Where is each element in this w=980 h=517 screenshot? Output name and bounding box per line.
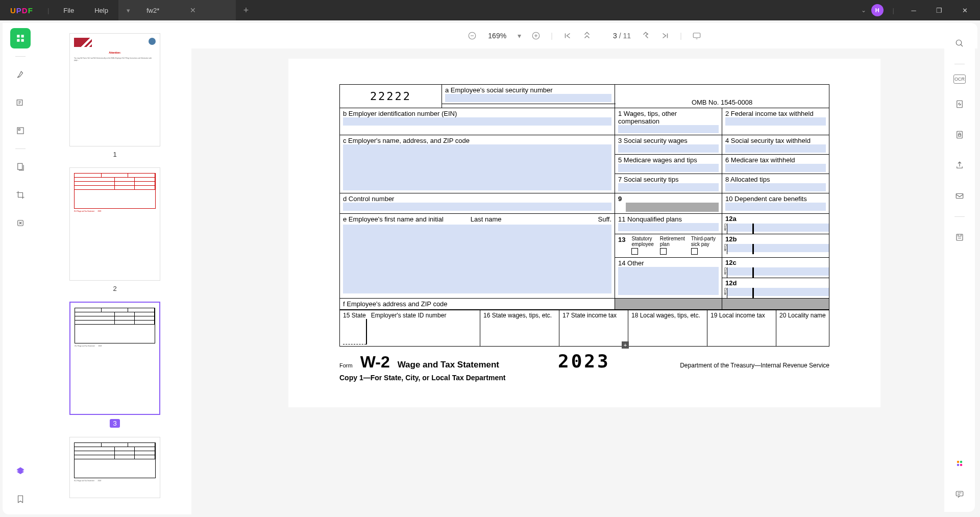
tab-add-button[interactable]: + xyxy=(236,5,256,16)
svg-rect-7 xyxy=(18,163,22,169)
box-9: 9 xyxy=(615,193,722,214)
box-2: 2 Federal income tax withheld xyxy=(722,108,829,135)
box-c: c Employer's name, address, and ZIP code xyxy=(340,135,615,193)
box-4: 4 Social security tax withheld xyxy=(722,135,829,155)
crop-tool[interactable] xyxy=(10,185,31,205)
form-footer: Form W-2 Wage and Tax Statement 2023 Dep… xyxy=(339,351,829,372)
box-10: 10 Dependent care benefits xyxy=(722,193,829,214)
svg-point-12 xyxy=(956,40,962,45)
email-tool[interactable] xyxy=(949,186,970,206)
svg-rect-15 xyxy=(959,134,961,136)
left-toolbar xyxy=(3,23,38,514)
document-view: 169% ▾ | / 11 | 22222 a Employee's soc xyxy=(191,23,977,514)
svg-rect-6 xyxy=(18,129,20,130)
prev-page-button[interactable] xyxy=(582,31,592,40)
box-12b: 12bCode xyxy=(722,234,829,258)
box-6: 6 Medicare tax withheld xyxy=(722,155,829,174)
box-8: 8 Allocated tips xyxy=(722,174,829,193)
chevron-down-icon[interactable]: ⌄ xyxy=(861,7,866,14)
tab-active[interactable]: fw2* ✕ xyxy=(139,0,236,20)
bookmark-tool[interactable] xyxy=(10,489,31,509)
thumbnail-panel: Attention: You may file Forms W-2 and W-… xyxy=(38,23,191,514)
page-tool[interactable] xyxy=(10,157,31,177)
text-tool[interactable] xyxy=(10,92,31,113)
layers-tool[interactable] xyxy=(10,461,31,481)
svg-rect-14 xyxy=(957,131,963,138)
zoom-out-button[interactable] xyxy=(468,31,477,40)
form-tool[interactable] xyxy=(10,120,31,141)
zoom-dropdown[interactable]: ▾ xyxy=(518,32,521,40)
document-canvas[interactable]: 22222 a Employee's social security numbe… xyxy=(191,48,977,514)
last-page-button[interactable] xyxy=(660,31,670,40)
thumb-num-3: 3 xyxy=(110,419,119,428)
close-button[interactable]: ✕ xyxy=(954,3,975,18)
convert-tool[interactable] xyxy=(949,94,970,114)
box-17: 17 State income tax+ xyxy=(559,310,628,347)
svg-rect-22 xyxy=(956,491,963,496)
svg-point-18 xyxy=(957,461,960,463)
box-f: f Employee's address and ZIP code xyxy=(340,299,615,310)
box-15: 15 State Employer's state ID number xyxy=(340,310,480,347)
maximize-button[interactable]: ❐ xyxy=(929,3,949,18)
document-toolbar: 169% ▾ | / 11 | xyxy=(191,23,977,48)
box-a: a Employee's social security number xyxy=(442,85,615,104)
page-content: 22222 a Employee's social security numbe… xyxy=(288,59,880,407)
svg-point-21 xyxy=(960,464,963,466)
menu-file[interactable]: File xyxy=(53,7,84,14)
svg-point-19 xyxy=(960,461,963,463)
tab-dropdown[interactable]: ▾ xyxy=(118,0,139,20)
next-page-button[interactable] xyxy=(641,31,650,40)
thumbnails-tool[interactable] xyxy=(10,28,31,48)
svg-rect-1 xyxy=(21,35,24,37)
search-tool[interactable] xyxy=(949,33,970,54)
w2-state-row: 15 State Employer's state ID number 16 S… xyxy=(339,310,829,347)
app-logo: UPDF xyxy=(0,6,43,15)
zoom-in-button[interactable] xyxy=(531,31,541,40)
tab-title: fw2* xyxy=(146,7,159,14)
form-dept: Department of the Treasury—Internal Reve… xyxy=(680,362,829,369)
box-3: 3 Social security wages xyxy=(615,135,722,155)
divider: | xyxy=(47,7,49,14)
box-22222: 22222 xyxy=(340,85,442,108)
box-7: 7 Social security tips xyxy=(615,174,722,193)
box-11: 11 Nonqualified plans xyxy=(615,214,722,234)
box-13: 13Statutory employeeRetirement planThird… xyxy=(615,234,722,258)
save-tool[interactable] xyxy=(949,227,970,248)
zoom-level: 169% xyxy=(487,32,507,40)
svg-rect-3 xyxy=(21,39,24,42)
svg-rect-17 xyxy=(957,234,963,240)
first-page-button[interactable] xyxy=(563,31,572,40)
copy-line: Copy 1—For State, City, or Local Tax Dep… xyxy=(339,374,829,382)
titlebar: UPDF | File Help ▾ fw2* ✕ + ⌄ H | ─ ❐ ✕ xyxy=(0,0,980,20)
stamp-tool[interactable] xyxy=(10,213,31,233)
minimize-button[interactable]: ─ xyxy=(903,3,924,18)
page-input[interactable] xyxy=(602,32,617,40)
ocr-tool[interactable]: OCR xyxy=(953,75,966,84)
comment-tool[interactable] xyxy=(949,484,970,504)
box-12a: 12aCode xyxy=(722,214,829,234)
box-20: 20 Locality name xyxy=(776,310,829,347)
svg-rect-2 xyxy=(17,39,19,42)
box-1: 1 Wages, tips, other compensation xyxy=(615,108,722,135)
form-year: 2023 xyxy=(558,351,610,372)
thumbnail-page-4[interactable]: W-2 Wage and Tax Statement 2023 xyxy=(69,437,160,498)
menu-help[interactable]: Help xyxy=(84,7,118,14)
box-18: 18 Local wages, tips, etc. xyxy=(628,310,707,347)
w2-form: 22222 a Employee's social security numbe… xyxy=(339,84,829,310)
ai-tool[interactable] xyxy=(949,453,970,474)
thumbnail-page-3[interactable]: W-2 Wage and Tax Statement 2023 xyxy=(69,302,160,415)
svg-point-20 xyxy=(957,464,960,466)
presentation-button[interactable] xyxy=(692,31,701,40)
share-tool[interactable] xyxy=(949,155,970,176)
box-omb: OMB No. 1545-0008 xyxy=(615,85,829,108)
box-12d: 12dCode xyxy=(722,278,829,299)
protect-tool[interactable] xyxy=(949,125,970,145)
tab-close-icon[interactable]: ✕ xyxy=(190,6,196,14)
thumbnail-page-1[interactable]: Attention: You may file Forms W-2 and W-… xyxy=(69,33,160,146)
highlight-tool[interactable] xyxy=(10,64,31,85)
svg-rect-0 xyxy=(17,35,19,37)
thumb-num-2: 2 xyxy=(113,285,116,292)
thumbnail-page-2[interactable]: W-2 Wage and Tax Statement 2023 xyxy=(69,167,160,281)
form-subtitle: Wage and Tax Statement xyxy=(398,360,499,370)
user-avatar[interactable]: H xyxy=(871,4,884,16)
